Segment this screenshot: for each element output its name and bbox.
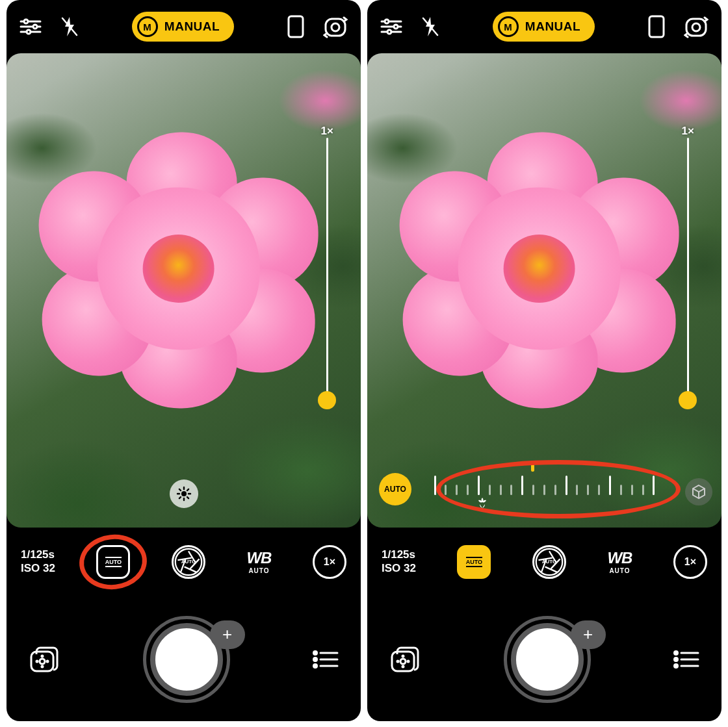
viewfinder[interactable]: 1× xyxy=(6,53,361,528)
svg-point-47 xyxy=(402,656,404,657)
device-orientation-icon[interactable] xyxy=(287,14,305,39)
controls-row: 1/125s ISO 32 AUTO AUTO WB AUTO 1× xyxy=(367,528,722,596)
mode-button[interactable]: M MANUAL xyxy=(493,12,595,42)
svg-rect-8 xyxy=(289,16,303,37)
white-balance-button[interactable]: WB AUTO xyxy=(607,549,632,574)
zoom-slider-track[interactable] xyxy=(326,138,328,398)
svg-rect-42 xyxy=(686,19,706,36)
menu-list-icon[interactable] xyxy=(673,650,699,669)
iso-label: ISO 32 xyxy=(21,562,55,575)
svg-point-53 xyxy=(675,657,678,661)
phone-screenshot-right: M MANUAL 1× AUTO xyxy=(367,0,722,721)
svg-point-38 xyxy=(387,30,391,34)
svg-point-10 xyxy=(332,23,339,31)
top-bar: M MANUAL xyxy=(6,0,361,53)
white-balance-button[interactable]: WB AUTO xyxy=(246,549,271,574)
flower-subject xyxy=(402,132,675,405)
focus-control-button[interactable]: AUTO xyxy=(457,545,491,579)
bottom-row: + xyxy=(367,596,722,721)
svg-point-37 xyxy=(394,25,398,29)
svg-point-36 xyxy=(385,19,389,23)
device-orientation-icon[interactable] xyxy=(647,14,666,39)
focus-auto-chip[interactable]: AUTO xyxy=(379,473,411,505)
shutter-plus-button[interactable]: + xyxy=(210,620,245,649)
svg-point-49 xyxy=(397,661,398,662)
annotation-circle xyxy=(436,460,681,518)
wb-sub-label: AUTO xyxy=(609,567,630,574)
flash-off-icon[interactable] xyxy=(421,16,440,38)
shutter-speed-label: 1/125s xyxy=(21,548,55,561)
svg-point-22 xyxy=(40,659,45,664)
svg-line-16 xyxy=(179,489,180,491)
svg-line-18 xyxy=(179,497,180,498)
switch-camera-icon[interactable] xyxy=(323,15,348,38)
annotation-circle xyxy=(77,531,150,592)
zoom-control-button[interactable]: 1× xyxy=(313,545,346,579)
zoom-indicator: 1× xyxy=(321,125,333,138)
svg-point-23 xyxy=(42,656,43,657)
shutter-plus-button[interactable]: + xyxy=(571,620,606,649)
svg-point-46 xyxy=(400,659,406,664)
svg-point-24 xyxy=(42,666,43,667)
top-bar: M MANUAL xyxy=(367,0,722,53)
zoom-slider-handle[interactable] xyxy=(679,391,697,409)
flash-off-icon[interactable] xyxy=(60,16,79,38)
svg-line-17 xyxy=(187,497,188,498)
svg-point-31 xyxy=(314,664,317,667)
exposure-readout: 1/125s ISO 32 xyxy=(21,548,55,575)
svg-point-43 xyxy=(692,23,700,31)
settings-sliders-icon[interactable] xyxy=(20,18,42,36)
iso-label: ISO 32 xyxy=(382,562,416,575)
svg-point-25 xyxy=(36,661,38,662)
settings-sliders-icon[interactable] xyxy=(380,18,402,36)
viewfinder[interactable]: 1× AUTO xyxy=(367,53,722,528)
bottom-row: + xyxy=(6,596,361,721)
svg-rect-41 xyxy=(649,16,664,37)
svg-point-27 xyxy=(314,651,317,654)
menu-list-icon[interactable] xyxy=(313,650,339,669)
svg-point-26 xyxy=(47,661,48,662)
shutter-group: + xyxy=(150,623,223,696)
aperture-control-button[interactable]: AUTO xyxy=(172,545,205,579)
mode-button[interactable]: M MANUAL xyxy=(132,12,234,42)
aperture-control-button[interactable]: AUTO xyxy=(532,545,566,579)
mode-label: MANUAL xyxy=(164,19,220,34)
phone-screenshot-left: M MANUAL 1× xyxy=(6,0,361,721)
mode-badge: M xyxy=(137,16,158,37)
wb-label: WB xyxy=(607,549,632,567)
shutter-speed-label: 1/125s xyxy=(382,548,416,561)
zoom-control-button[interactable]: 1× xyxy=(673,545,707,579)
svg-rect-9 xyxy=(326,19,345,36)
zoom-slider-track[interactable] xyxy=(687,138,689,398)
svg-point-50 xyxy=(408,661,409,662)
switch-camera-icon[interactable] xyxy=(684,15,708,38)
shutter-group: + xyxy=(511,623,584,696)
svg-line-19 xyxy=(187,489,188,491)
zoom-indicator: 1× xyxy=(682,125,694,138)
svg-point-55 xyxy=(675,664,678,667)
wb-sub-label: AUTO xyxy=(248,567,269,574)
flower-subject xyxy=(42,132,315,405)
svg-point-48 xyxy=(402,666,404,667)
svg-point-5 xyxy=(27,30,31,34)
svg-point-51 xyxy=(675,651,678,654)
gallery-button[interactable] xyxy=(29,645,60,674)
svg-point-3 xyxy=(24,19,28,23)
mode-badge: M xyxy=(498,16,519,37)
exposure-readout: 1/125s ISO 32 xyxy=(382,548,416,575)
svg-point-11 xyxy=(181,491,187,496)
zoom-slider-handle[interactable] xyxy=(318,391,336,409)
gallery-button[interactable] xyxy=(389,645,421,674)
svg-point-4 xyxy=(33,25,37,29)
controls-row: 1/125s ISO 32 AUTO AUTO WB AUTO 1× xyxy=(6,528,361,596)
wb-label: WB xyxy=(246,549,271,567)
mode-label: MANUAL xyxy=(525,19,580,34)
svg-point-29 xyxy=(314,657,317,661)
ar-cube-button[interactable] xyxy=(685,478,712,505)
brightness-button[interactable] xyxy=(170,479,198,508)
